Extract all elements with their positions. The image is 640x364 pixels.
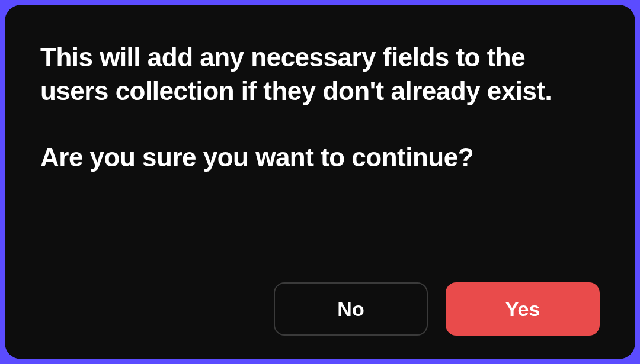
dialog-actions: No Yes — [40, 282, 600, 336]
yes-button[interactable]: Yes — [446, 282, 600, 336]
no-button[interactable]: No — [274, 282, 428, 336]
dialog-description: This will add any necessary fields to th… — [40, 40, 600, 108]
dialog-question: Are you sure you want to continue? — [40, 140, 600, 174]
dialog-message: This will add any necessary fields to th… — [40, 40, 600, 265]
confirmation-dialog: This will add any necessary fields to th… — [5, 5, 635, 359]
